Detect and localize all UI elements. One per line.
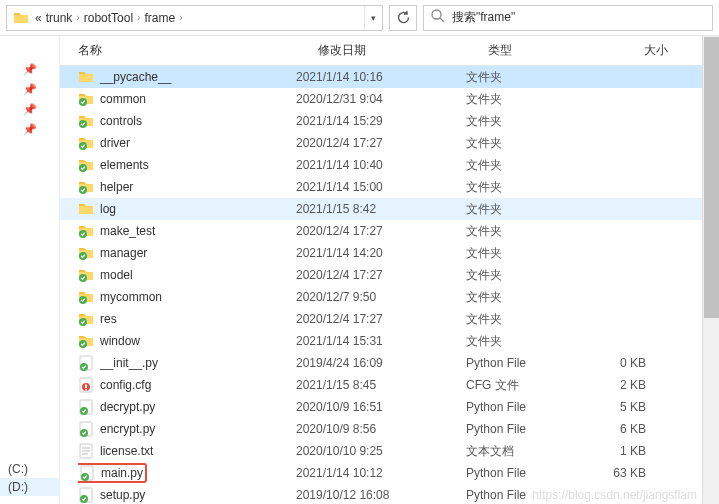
breadcrumb-part[interactable]: robotTool [84,11,133,25]
pin-icon[interactable]: 📌 [23,122,37,136]
svg-point-0 [432,10,441,19]
file-name: manager [100,246,147,260]
chevron-right-icon: › [137,12,140,23]
file-date: 2020/10/9 8:56 [296,422,466,436]
file-row[interactable]: driver2020/12/4 17:27文件夹 [60,132,719,154]
folder-badge-icon [78,91,94,107]
search-input[interactable]: 搜索"frame" [423,5,713,31]
file-type: 文件夹 [466,223,586,240]
file-name: common [100,92,146,106]
file-name: main.py [101,466,143,480]
file-row[interactable]: window2021/1/14 15:31文件夹 [60,330,719,352]
file-date: 2020/12/31 9:04 [296,92,466,106]
txt-icon [78,443,94,459]
column-header-size[interactable]: 大小 [608,42,668,59]
file-name: window [100,334,140,348]
folder-badge-icon [78,179,94,195]
file-type: Python File [466,400,586,414]
file-type: Python File [466,488,586,502]
column-header-type[interactable]: 类型 [488,42,608,59]
file-date: 2021/1/14 10:12 [296,466,466,480]
file-row[interactable]: controls2021/1/14 15:29文件夹 [60,110,719,132]
py-icon [78,487,94,503]
file-row[interactable]: encrypt.py2020/10/9 8:56Python File6 KB [60,418,719,440]
scrollbar[interactable] [702,36,719,504]
file-date: 2019/10/12 16:08 [296,488,466,502]
file-date: 2021/1/14 10:40 [296,158,466,172]
file-name: encrypt.py [100,422,155,436]
file-row[interactable]: manager2021/1/14 14:20文件夹 [60,242,719,264]
file-type: 文件夹 [466,201,586,218]
file-name: mycommon [100,290,162,304]
folder-badge-icon [78,157,94,173]
file-row[interactable]: main.py2021/1/14 10:12Python File63 KB [60,462,719,484]
drive-item[interactable]: (C:) [0,460,60,478]
breadcrumb[interactable]: « trunk › robotTool › frame › [35,11,364,25]
file-type: Python File [466,422,586,436]
file-type: 文件夹 [466,289,586,306]
file-date: 2021/1/14 14:20 [296,246,466,260]
search-placeholder: 搜索"frame" [452,9,515,26]
py-icon [78,421,94,437]
file-row[interactable]: config.cfg2021/1/15 8:45CFG 文件2 KB [60,374,719,396]
file-row[interactable]: elements2021/1/14 10:40文件夹 [60,154,719,176]
breadcrumb-part[interactable]: trunk [46,11,73,25]
file-type: 文件夹 [466,91,586,108]
file-name: helper [100,180,133,194]
scrollbar-thumb[interactable] [704,37,719,318]
column-header-name[interactable]: 名称 [78,42,318,59]
drive-item[interactable]: (D:) [0,478,60,496]
drives-list: (C:) (D:) [0,460,60,496]
file-type: CFG 文件 [466,377,586,394]
file-row[interactable]: setup.py2019/10/12 16:08Python File [60,484,719,504]
pin-icon[interactable]: 📌 [23,82,37,96]
file-row[interactable]: __init__.py2019/4/24 16:09Python File0 K… [60,352,719,374]
chevron-down-icon[interactable]: ▾ [364,6,382,30]
file-row[interactable]: license.txt2020/10/10 9:25文本文档1 KB [60,440,719,462]
file-row[interactable]: res2020/12/4 17:27文件夹 [60,308,719,330]
pin-icon[interactable]: 📌 [23,102,37,116]
file-row[interactable]: make_test2020/12/4 17:27文件夹 [60,220,719,242]
file-size: 2 KB [586,378,646,392]
file-type: Python File [466,466,586,480]
file-row[interactable]: __pycache__2021/1/14 10:16文件夹 [60,66,719,88]
highlight-box: main.py [78,463,147,483]
file-date: 2020/12/4 17:27 [296,224,466,238]
breadcrumb-part[interactable]: frame [144,11,175,25]
file-date: 2020/12/4 17:27 [296,312,466,326]
file-date: 2021/1/14 15:29 [296,114,466,128]
file-type: 文本文档 [466,443,586,460]
file-date: 2020/10/9 16:51 [296,400,466,414]
file-row[interactable]: mycommon2020/12/7 9:50文件夹 [60,286,719,308]
file-row[interactable]: log2021/1/15 8:42文件夹 [60,198,719,220]
cfg-icon [78,377,94,393]
file-row[interactable]: model2020/12/4 17:27文件夹 [60,264,719,286]
file-rows: __pycache__2021/1/14 10:16文件夹common2020/… [60,66,719,504]
folder-badge-icon [78,223,94,239]
file-name: make_test [100,224,155,238]
file-type: 文件夹 [466,113,586,130]
file-name: log [100,202,116,216]
column-header-date[interactable]: 修改日期 [318,42,488,59]
main-area: 📌 📌 📌 📌 (C:) (D:) 名称 修改日期 类型 大小 __pycach… [0,36,719,504]
folder-badge-icon [78,311,94,327]
file-date: 2021/1/14 10:16 [296,70,466,84]
refresh-button[interactable] [389,5,417,31]
file-date: 2020/10/10 9:25 [296,444,466,458]
address-bar[interactable]: « trunk › robotTool › frame › ▾ [6,5,383,31]
file-name: res [100,312,117,326]
file-row[interactable]: decrypt.py2020/10/9 16:51Python File5 KB [60,396,719,418]
file-row[interactable]: helper2021/1/14 15:00文件夹 [60,176,719,198]
column-header-row: 名称 修改日期 类型 大小 [60,36,719,66]
file-name: decrypt.py [100,400,155,414]
file-row[interactable]: common2020/12/31 9:04文件夹 [60,88,719,110]
file-name: controls [100,114,142,128]
file-size: 0 KB [586,356,646,370]
file-name: __init__.py [100,356,158,370]
pin-icon[interactable]: 📌 [23,62,37,76]
toolbar: « trunk › robotTool › frame › ▾ 搜索"frame… [0,0,719,36]
chevron-right-icon: › [76,12,79,23]
folder-badge-icon [78,333,94,349]
file-date: 2020/12/7 9:50 [296,290,466,304]
folder-badge-icon [78,113,94,129]
